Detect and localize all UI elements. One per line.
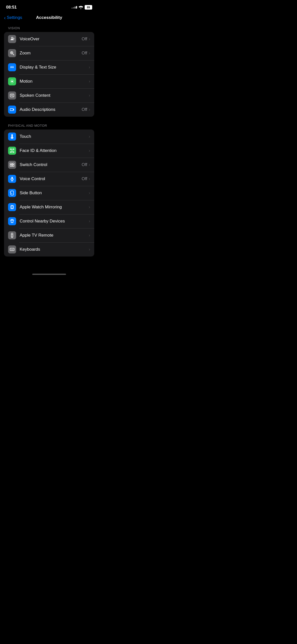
controlnearby-label: Control Nearby Devices xyxy=(20,219,89,224)
applewatchmirror-chevron: › xyxy=(89,205,90,210)
motion-chevron: › xyxy=(89,79,90,84)
zoom-label: Zoom xyxy=(20,51,82,56)
svg-rect-23 xyxy=(12,165,14,167)
display-chevron: › xyxy=(89,65,90,70)
keyboards-icon xyxy=(8,245,16,253)
home-indicator xyxy=(0,272,98,276)
controlnearby-chevron: › xyxy=(89,219,90,224)
svg-point-18 xyxy=(11,150,12,151)
spoken-item[interactable]: Spoken Content › xyxy=(4,88,94,103)
motion-item[interactable]: Motion › xyxy=(4,74,94,88)
svg-point-32 xyxy=(12,222,13,223)
battery-indicator: 89 xyxy=(85,5,92,10)
display-icon: AA xyxy=(8,63,16,71)
physical-list: Touch › Face ID & Attention xyxy=(4,130,94,256)
applewatchmirror-item[interactable]: Apple Watch Mirroring › xyxy=(4,200,94,214)
spoken-icon xyxy=(8,91,16,100)
switchcontrol-value: Off xyxy=(82,162,87,167)
voiceover-chevron: › xyxy=(89,37,90,42)
content-area: VISION VoiceOver Off › xyxy=(0,24,98,272)
appletv-icon xyxy=(8,231,16,239)
switchcontrol-item[interactable]: Switch Control Off › xyxy=(4,158,94,172)
keyboards-chevron: › xyxy=(89,247,90,252)
page-title: Accessibility xyxy=(36,15,62,20)
svg-rect-14 xyxy=(10,149,12,150)
switchcontrol-icon xyxy=(8,161,16,169)
motion-label: Motion xyxy=(20,79,89,84)
svg-rect-30 xyxy=(11,206,13,208)
voiceover-value: Off xyxy=(82,37,87,42)
voiceover-icon xyxy=(8,35,16,43)
faceid-item[interactable]: Face ID & Attention › xyxy=(4,144,94,158)
svg-point-34 xyxy=(12,234,12,235)
voicecontrol-item[interactable]: Voice Control Off › xyxy=(4,172,94,186)
audio-icon xyxy=(8,106,16,114)
voiceover-item[interactable]: VoiceOver Off › xyxy=(4,32,94,46)
faceid-label: Face ID & Attention xyxy=(20,148,89,153)
keyboards-item[interactable]: Keyboards › xyxy=(4,242,94,256)
vision-section-header: VISION xyxy=(0,26,98,32)
back-chevron-icon: ‹ xyxy=(4,15,6,20)
physical-section-header: PHYSICAL AND MOTOR xyxy=(0,124,98,130)
svg-rect-22 xyxy=(10,165,12,167)
controlnearby-icon xyxy=(8,217,16,225)
svg-point-12 xyxy=(13,96,13,96)
svg-rect-17 xyxy=(13,152,14,152)
sidebutton-label: Side Button xyxy=(20,190,89,196)
switchcontrol-label: Switch Control xyxy=(20,162,82,167)
appletv-chevron: › xyxy=(89,233,90,238)
nav-header: ‹ Settings Accessibility xyxy=(0,13,98,24)
touch-item[interactable]: Touch › xyxy=(4,130,94,144)
faceid-chevron: › xyxy=(89,148,90,153)
svg-rect-16 xyxy=(10,152,12,152)
switchcontrol-chevron: › xyxy=(89,162,90,167)
touch-chevron: › xyxy=(89,134,90,139)
voicecontrol-value: Off xyxy=(82,176,87,181)
svg-rect-20 xyxy=(10,163,12,165)
audio-chevron: › xyxy=(89,107,90,112)
back-label: Settings xyxy=(7,15,22,20)
svg-rect-13 xyxy=(10,109,13,111)
keyboards-label: Keyboards xyxy=(20,247,89,252)
svg-rect-27 xyxy=(11,191,14,195)
status-time: 08:51 xyxy=(6,5,17,10)
voicecontrol-label: Voice Control xyxy=(20,176,82,181)
svg-rect-15 xyxy=(13,149,14,150)
svg-rect-37 xyxy=(10,248,14,251)
sidebutton-chevron: › xyxy=(89,190,90,196)
vision-section: VISION VoiceOver Off › xyxy=(0,26,98,117)
sidebutton-item[interactable]: Side Button › xyxy=(4,186,94,200)
applewatchmirror-icon xyxy=(8,203,16,211)
status-bar: 08:51 89 xyxy=(0,0,98,13)
svg-text:AA: AA xyxy=(10,66,14,69)
svg-point-19 xyxy=(12,150,13,151)
voiceover-label: VoiceOver xyxy=(20,37,82,42)
wifi-icon xyxy=(79,6,83,9)
voicecontrol-icon xyxy=(8,175,16,183)
zoom-value: Off xyxy=(82,51,87,56)
sidebutton-icon xyxy=(8,189,16,197)
display-label: Display & Text Size xyxy=(20,65,89,70)
spoken-label: Spoken Content xyxy=(20,93,89,98)
svg-rect-24 xyxy=(12,177,13,179)
touch-icon xyxy=(8,133,16,141)
appletv-label: Apple TV Remote xyxy=(20,233,89,238)
back-button[interactable]: ‹ Settings xyxy=(4,15,22,20)
touch-label: Touch xyxy=(20,134,89,139)
appletv-item[interactable]: Apple TV Remote › xyxy=(4,228,94,242)
audio-value: Off xyxy=(82,107,87,112)
display-item[interactable]: AA Display & Text Size › xyxy=(4,60,94,74)
audio-label: Audio Descriptions xyxy=(20,107,82,112)
status-icons: 89 xyxy=(72,5,92,10)
controlnearby-item[interactable]: Control Nearby Devices › xyxy=(4,214,94,228)
audio-item[interactable]: Audio Descriptions Off › xyxy=(4,103,94,117)
svg-line-3 xyxy=(13,54,14,55)
zoom-chevron: › xyxy=(89,51,90,56)
applewatchmirror-label: Apple Watch Mirroring xyxy=(20,205,89,210)
signal-icon xyxy=(72,6,77,9)
zoom-item[interactable]: Zoom Off › xyxy=(4,46,94,60)
physical-section: PHYSICAL AND MOTOR Touch › xyxy=(0,124,98,256)
faceid-icon xyxy=(8,147,16,155)
svg-point-7 xyxy=(11,81,13,82)
svg-rect-21 xyxy=(12,163,14,165)
